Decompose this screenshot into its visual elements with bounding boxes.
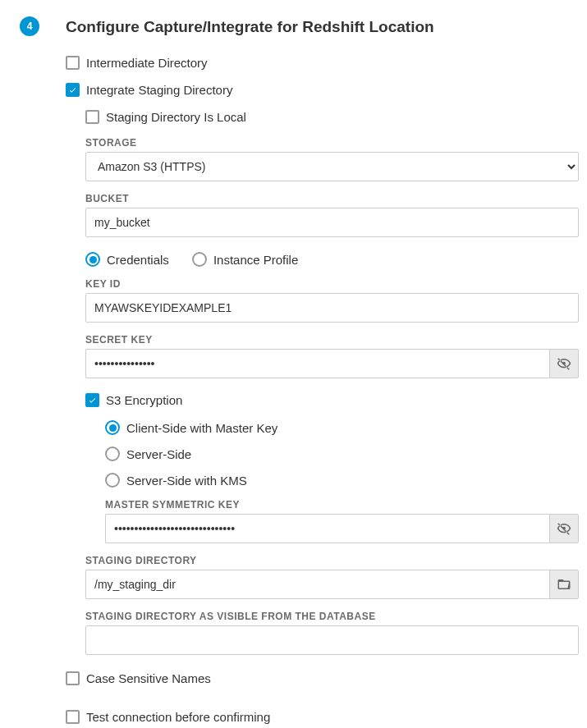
case-sensitive-names-checkbox[interactable] bbox=[66, 671, 80, 685]
radio-icon bbox=[105, 420, 120, 435]
radio-icon bbox=[105, 473, 120, 488]
instance-profile-radio-label: Instance Profile bbox=[213, 253, 298, 267]
intermediate-directory-checkbox[interactable] bbox=[66, 56, 80, 70]
case-sensitive-names-label[interactable]: Case Sensitive Names bbox=[86, 671, 211, 685]
checkmark-icon bbox=[88, 396, 97, 405]
staging-directory-db-field-label: STAGING DIRECTORY AS VISIBLE FROM THE DA… bbox=[85, 611, 579, 622]
checkmark-icon bbox=[68, 85, 77, 94]
step-number-badge: 4 bbox=[20, 16, 39, 36]
radio-icon bbox=[105, 446, 120, 461]
staging-directory-db-input[interactable] bbox=[85, 625, 579, 655]
storage-field-label: STORAGE bbox=[85, 137, 579, 149]
staging-directory-local-label[interactable]: Staging Directory Is Local bbox=[106, 110, 246, 124]
browse-staging-directory-button[interactable] bbox=[549, 570, 579, 599]
bucket-input[interactable] bbox=[85, 208, 579, 237]
intermediate-directory-label[interactable]: Intermediate Directory bbox=[86, 56, 208, 70]
server-side-radio[interactable]: Server-Side bbox=[105, 446, 579, 461]
bucket-field-label: BUCKET bbox=[85, 193, 579, 204]
credentials-radio-label: Credentials bbox=[107, 253, 169, 267]
eye-off-icon bbox=[557, 356, 571, 371]
server-side-radio-label: Server-Side bbox=[126, 447, 191, 461]
client-side-master-key-radio[interactable]: Client-Side with Master Key bbox=[105, 420, 579, 435]
toggle-secret-visibility-button[interactable] bbox=[549, 349, 579, 378]
secret-key-field-label: SECRET KEY bbox=[85, 334, 579, 346]
s3-encryption-label[interactable]: S3 Encryption bbox=[106, 393, 182, 407]
key-id-input[interactable] bbox=[85, 293, 579, 323]
radio-icon bbox=[192, 252, 207, 267]
test-connection-checkbox[interactable] bbox=[66, 710, 80, 724]
server-side-kms-radio[interactable]: Server-Side with KMS bbox=[105, 473, 579, 488]
staging-directory-local-checkbox[interactable] bbox=[85, 110, 99, 124]
toggle-master-key-visibility-button[interactable] bbox=[549, 514, 579, 543]
staging-directory-input[interactable] bbox=[85, 570, 549, 599]
integrate-staging-directory-checkbox[interactable] bbox=[66, 83, 80, 97]
test-connection-label[interactable]: Test connection before confirming bbox=[86, 710, 270, 724]
radio-icon bbox=[85, 252, 100, 267]
credentials-radio[interactable]: Credentials bbox=[85, 252, 169, 267]
key-id-field-label: KEY ID bbox=[85, 278, 579, 290]
folder-open-icon bbox=[557, 577, 571, 592]
instance-profile-radio[interactable]: Instance Profile bbox=[192, 252, 298, 267]
s3-encryption-checkbox[interactable] bbox=[85, 393, 99, 407]
master-key-field-label: MASTER SYMMETRIC KEY bbox=[105, 499, 579, 511]
staging-directory-field-label: STAGING DIRECTORY bbox=[85, 555, 579, 566]
secret-key-input[interactable] bbox=[85, 349, 549, 378]
eye-off-icon bbox=[557, 521, 571, 536]
client-side-radio-label: Client-Side with Master Key bbox=[126, 421, 277, 435]
storage-select[interactable]: Amazon S3 (HTTPS) bbox=[85, 152, 579, 181]
integrate-staging-directory-label[interactable]: Integrate Staging Directory bbox=[86, 83, 232, 97]
server-side-kms-radio-label: Server-Side with KMS bbox=[126, 474, 247, 488]
page-title: Configure Capture/Integrate for Redshift… bbox=[66, 18, 579, 36]
master-key-input[interactable] bbox=[105, 514, 549, 543]
